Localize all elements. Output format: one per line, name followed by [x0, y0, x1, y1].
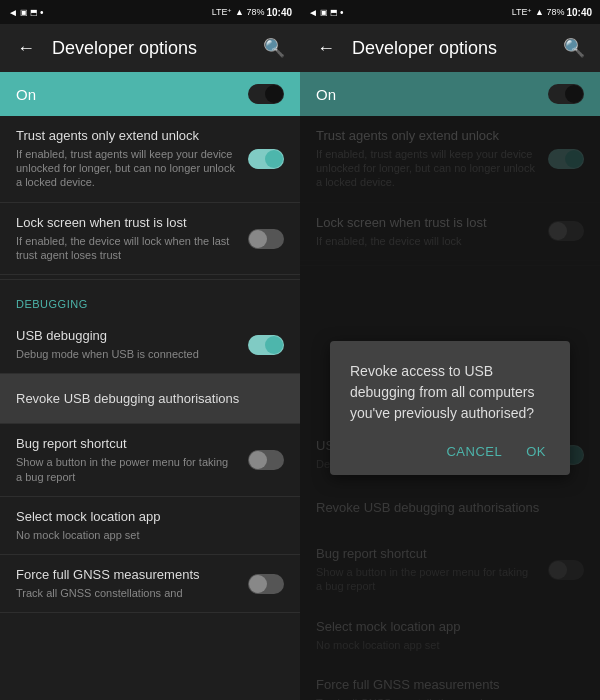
- lock-screen-desc-left: If enabled, the device will lock when th…: [16, 234, 236, 263]
- gnss-desc-left: Track all GNSS constellations and: [16, 586, 236, 600]
- master-toggle-right[interactable]: [548, 84, 584, 104]
- signal-icon-right: ▣: [320, 8, 328, 17]
- dialog-actions: Cancel OK: [350, 440, 550, 463]
- back-button-right[interactable]: ←: [312, 34, 340, 62]
- revoke-dialog: Revoke access to USB debugging from all …: [330, 341, 570, 475]
- cancel-button[interactable]: Cancel: [442, 440, 506, 463]
- debugging-header-left: DEBUGGING: [0, 284, 300, 316]
- gnss-toggle-left[interactable]: [248, 574, 284, 594]
- search-button-right[interactable]: 🔍: [560, 34, 588, 62]
- bug-report-text-left: Bug report shortcut Show a button in the…: [16, 436, 248, 483]
- dot-icon-right: •: [340, 7, 344, 18]
- dialog-message: Revoke access to USB debugging from all …: [350, 361, 550, 424]
- mock-location-text-left: Select mock location app No mock locatio…: [16, 509, 284, 542]
- lock-screen-title-left: Lock screen when trust is lost: [16, 215, 236, 232]
- revoke-text-left: Revoke USB debugging authorisations: [16, 391, 284, 408]
- status-left-icons-right: ◄ ▣ ⬒ •: [308, 7, 343, 18]
- divider-left: [0, 279, 300, 280]
- nav-icon-right: ◄: [308, 7, 318, 18]
- master-toggle-left[interactable]: [248, 84, 284, 104]
- usb-debug-toggle-left[interactable]: [248, 335, 284, 355]
- time-left: 10:40: [266, 7, 292, 18]
- status-right-info-right: LTE⁺ ▲ 78% 10:40: [512, 7, 592, 18]
- bug-report-title-left: Bug report shortcut: [16, 436, 236, 453]
- left-panel: ◄ ▣ ⬒ • LTE⁺ ▲ 78% 10:40 ← Developer opt…: [0, 0, 300, 700]
- lock-screen-text-left: Lock screen when trust is lost If enable…: [16, 215, 248, 262]
- settings-list-left: Trust agents only extend unlock If enabl…: [0, 116, 300, 700]
- on-off-row-right[interactable]: On: [300, 72, 600, 116]
- on-off-row-left[interactable]: On: [0, 72, 300, 116]
- usb-debug-desc-left: Debug mode when USB is connected: [16, 347, 236, 361]
- revoke-title-left: Revoke USB debugging authorisations: [16, 391, 272, 408]
- gnss-item-left[interactable]: Force full GNSS measurements Track all G…: [0, 555, 300, 613]
- on-label-left: On: [16, 86, 36, 103]
- whatsapp-icon-right: ⬒: [330, 8, 338, 17]
- gnss-text-left: Force full GNSS measurements Track all G…: [16, 567, 248, 600]
- dialog-overlay: Revoke access to USB debugging from all …: [300, 116, 600, 700]
- usb-debug-title-left: USB debugging: [16, 328, 236, 345]
- usb-debug-text-left: USB debugging Debug mode when USB is con…: [16, 328, 248, 361]
- trust-agents-toggle-left[interactable]: [248, 149, 284, 169]
- trust-agents-desc-left: If enabled, trust agents will keep your …: [16, 147, 236, 190]
- trust-agents-item-left[interactable]: Trust agents only extend unlock If enabl…: [0, 116, 300, 203]
- bug-report-desc-left: Show a button in the power menu for taki…: [16, 455, 236, 484]
- status-left-icons: ◄ ▣ ⬒ •: [8, 7, 43, 18]
- page-title-right: Developer options: [352, 38, 548, 59]
- gnss-title-left: Force full GNSS measurements: [16, 567, 236, 584]
- status-bar-right: ◄ ▣ ⬒ • LTE⁺ ▲ 78% 10:40: [300, 0, 600, 24]
- lock-screen-item-left[interactable]: Lock screen when trust is lost If enable…: [0, 203, 300, 275]
- whatsapp-icon: ⬒: [30, 8, 38, 17]
- lock-screen-toggle-left[interactable]: [248, 229, 284, 249]
- ok-button[interactable]: OK: [522, 440, 550, 463]
- page-title-left: Developer options: [52, 38, 248, 59]
- status-bar-left: ◄ ▣ ⬒ • LTE⁺ ▲ 78% 10:40: [0, 0, 300, 24]
- trust-agents-text-left: Trust agents only extend unlock If enabl…: [16, 128, 248, 190]
- trust-agents-title-left: Trust agents only extend unlock: [16, 128, 236, 145]
- search-button-left[interactable]: 🔍: [260, 34, 288, 62]
- status-right-info: LTE⁺ ▲ 78% 10:40: [212, 7, 292, 18]
- bug-report-item-left[interactable]: Bug report shortcut Show a button in the…: [0, 424, 300, 496]
- usb-debug-item-left[interactable]: USB debugging Debug mode when USB is con…: [0, 316, 300, 374]
- dot-icon: •: [40, 7, 44, 18]
- mock-location-title-left: Select mock location app: [16, 509, 272, 526]
- revoke-item-left[interactable]: Revoke USB debugging authorisations: [0, 374, 300, 424]
- settings-list-right: Trust agents only extend unlock If enabl…: [300, 116, 600, 700]
- on-label-right: On: [316, 86, 336, 103]
- top-bar-left: ← Developer options 🔍: [0, 24, 300, 72]
- back-button-left[interactable]: ←: [12, 34, 40, 62]
- signal-icon: ▣: [20, 8, 28, 17]
- nav-icon: ◄: [8, 7, 18, 18]
- signal-strength-right: LTE⁺ ▲ 78%: [512, 7, 565, 17]
- signal-strength-left: LTE⁺ ▲ 78%: [212, 7, 265, 17]
- time-right: 10:40: [566, 7, 592, 18]
- mock-location-item-left[interactable]: Select mock location app No mock locatio…: [0, 497, 300, 555]
- bug-report-toggle-left[interactable]: [248, 450, 284, 470]
- top-bar-right: ← Developer options 🔍: [300, 24, 600, 72]
- mock-location-desc-left: No mock location app set: [16, 528, 272, 542]
- right-panel: ◄ ▣ ⬒ • LTE⁺ ▲ 78% 10:40 ← Developer opt…: [300, 0, 600, 700]
